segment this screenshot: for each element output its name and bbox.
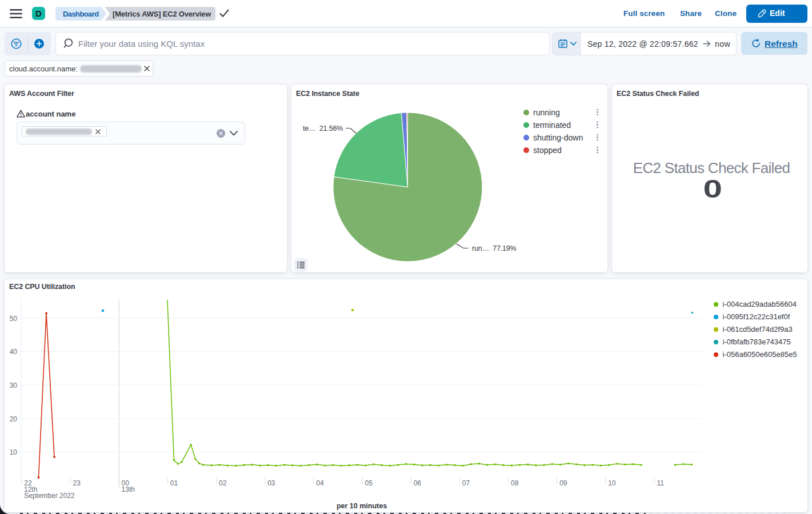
svg-text:[Metrics AWS] EC2 Overview: [Metrics AWS] EC2 Overview <box>113 10 211 18</box>
svg-text:Dashboard: Dashboard <box>63 10 99 18</box>
